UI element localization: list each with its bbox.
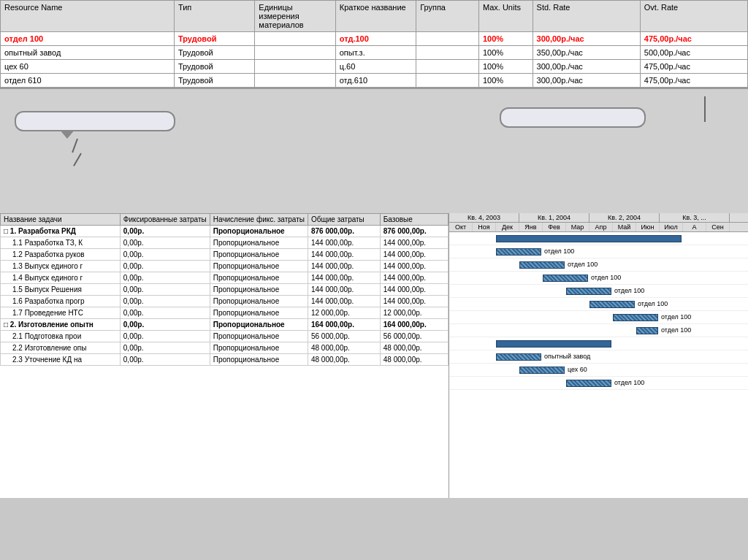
gantt-months: Окт Ноя Дек Янв Фев Мар Апр Май Июн Июл … xyxy=(449,223,748,232)
gantt-bar-label: опытный завод xyxy=(544,353,590,360)
month-oct: Окт xyxy=(449,223,473,231)
total-cost-cell: 144 000,00р. xyxy=(308,261,380,272)
cost-type-cell: Пропорциональное xyxy=(210,354,308,366)
resource-cell-2 xyxy=(255,74,335,88)
cost-type-cell: Пропорциональное xyxy=(210,272,308,284)
task-name-cell: 1.2 Разработка руков xyxy=(1,249,121,261)
resource-cell-5: 100% xyxy=(478,46,533,60)
resource-cell-2 xyxy=(255,46,335,60)
month-apr: Апр xyxy=(589,223,613,231)
resource-cell-5: 100% xyxy=(478,32,533,46)
resource-cell-3: отд.100 xyxy=(335,32,416,46)
cost-type-cell: Пропорциональное xyxy=(210,319,308,331)
month-dec: Дек xyxy=(496,223,519,231)
col-total-cost: Общие затраты xyxy=(308,214,380,226)
resource-cell-3: опыт.з. xyxy=(335,46,416,60)
total-cost-cell: 12 000,00р. xyxy=(308,307,380,319)
base-cost-cell: 48 000,00р. xyxy=(380,342,448,354)
resource-table-header: Resource Name Тип Единицы измерения мате… xyxy=(1,1,748,32)
resource-cell-6: 350,00р./час xyxy=(533,46,640,60)
task-name-cell: 1.4 Выпуск единого г xyxy=(1,272,121,284)
resource-table: Resource Name Тип Единицы измерения мате… xyxy=(0,0,748,88)
gantt-bar-label: отдел 100 xyxy=(614,287,644,294)
gantt-bar xyxy=(496,353,541,361)
cost-type-cell: Пропорциональное xyxy=(210,342,308,354)
month-jan: Янв xyxy=(519,223,543,231)
resource-cell-3: отд.610 xyxy=(335,74,416,88)
resource-cell-0: отдел 100 xyxy=(1,32,175,46)
col-fixed-cost: Фиксированные затраты xyxy=(120,214,210,226)
gantt-row: отдел 100 xyxy=(449,245,748,258)
task-name-cell: 1.3 Выпуск единого г xyxy=(1,261,121,272)
fixed-cost-cell: 0,00р. xyxy=(120,249,210,261)
base-cost-cell: 48 000,00р. xyxy=(380,354,448,366)
task-name-cell: 1.6 Разработка прогр xyxy=(1,296,121,307)
project-row: 1.3 Выпуск единого г0,00р.Пропорциональн… xyxy=(1,261,449,272)
base-cost-cell: 144 000,00р. xyxy=(380,284,448,296)
project-row: 1.6 Разработка прогр0,00р.Пропорциональн… xyxy=(1,296,449,307)
task-name-cell: 1.1 Разработка ТЗ, К xyxy=(1,237,121,249)
base-cost-cell: 164 000,00р. xyxy=(380,319,448,331)
base-cost-cell: 144 000,00р. xyxy=(380,249,448,261)
gantt-row: отдел 100 xyxy=(449,298,748,311)
project-row: 1.5 Выпуск Решения0,00р.Пропорциональное… xyxy=(1,284,449,296)
fixed-cost-cell: 0,00р. xyxy=(120,331,210,342)
resource-cell-0: цех 60 xyxy=(1,60,175,74)
base-cost-cell: 12 000,00р. xyxy=(380,307,448,319)
base-cost-cell: 144 000,00р. xyxy=(380,272,448,284)
resource-cell-7: 475,00р./час xyxy=(640,60,747,74)
gantt-bar xyxy=(496,340,611,348)
cost-type-cell: Пропорциональное xyxy=(210,237,308,249)
gantt-chart: Кв. 4, 2003 Кв. 1, 2004 Кв. 2, 2004 Кв. … xyxy=(449,213,748,498)
annotation-area xyxy=(0,89,748,213)
gantt-bar-label: отдел 100 xyxy=(591,274,621,281)
task-name-cell: □ 2. Изготовление опытн xyxy=(1,319,121,331)
col-units: Единицы измерения материалов xyxy=(255,1,335,32)
q1-2004: Кв. 1, 2004 xyxy=(519,213,589,222)
resource-cell-4 xyxy=(416,74,479,88)
gantt-bar xyxy=(566,288,611,295)
col-task-name: Название задачи xyxy=(1,214,121,226)
project-row: 1.1 Разработка ТЗ, К0,00р.Пропорциональн… xyxy=(1,237,449,249)
month-jun: Июн xyxy=(636,223,660,231)
total-cost-cell: 144 000,00р. xyxy=(308,296,380,307)
gantt-bar xyxy=(496,248,541,256)
resource-cell-7: 475,00р./час xyxy=(640,74,747,88)
project-row: 2.2 Изготовление опы0,00р.Пропорциональн… xyxy=(1,342,449,354)
resource-cell-4 xyxy=(416,46,479,60)
month-nov: Ноя xyxy=(473,223,496,231)
cost-type-cell: Пропорциональное xyxy=(210,249,308,261)
gantt-bar-label: отдел 100 xyxy=(661,326,691,334)
resource-cell-6: 300,00р./час xyxy=(533,32,640,46)
col-std-rate: Std. Rate xyxy=(533,1,640,32)
cost-type-cell: Пропорциональное xyxy=(210,307,308,319)
gantt-bar-label: цех 60 xyxy=(568,366,587,373)
gantt-body: отдел 100отдел 100отдел 100отдел 100отде… xyxy=(449,232,748,390)
task-name-cell: 2.1 Подготовка прои xyxy=(1,331,121,342)
gantt-bar-label: отдел 100 xyxy=(661,313,691,321)
gantt-bar-label: отдел 100 xyxy=(568,261,598,268)
resource-cell-2 xyxy=(255,32,335,46)
col-fixed-type: Начисление фикс. затраты xyxy=(210,214,308,226)
total-cost-cell: 144 000,00р. xyxy=(308,249,380,261)
q3-2004: Кв. 3, ... xyxy=(660,213,730,222)
cost-type-cell: Пропорциональное xyxy=(210,296,308,307)
month-feb: Фев xyxy=(543,223,566,231)
month-aug: А xyxy=(683,223,706,231)
resource-cell-6: 300,00р./час xyxy=(533,60,640,74)
fixed-cost-cell: 0,00р. xyxy=(120,237,210,249)
q2-2004: Кв. 2, 2004 xyxy=(589,213,660,222)
assignment-bubble xyxy=(500,107,646,128)
task-name-cell: 1.7 Проведение НТС xyxy=(1,307,121,319)
resource-cell-7: 500,00р./час xyxy=(640,46,747,60)
gantt-bar xyxy=(613,314,658,321)
gantt-bar xyxy=(519,261,565,269)
base-cost-cell: 56 000,00р. xyxy=(380,331,448,342)
resource-cell-4 xyxy=(416,60,479,74)
col-max-units: Max. Units xyxy=(478,1,533,32)
gantt-bar xyxy=(589,301,635,308)
month-mar: Мар xyxy=(566,223,589,231)
cost-type-cell: Пропорциональное xyxy=(210,284,308,296)
col-ovt-rate: Ovt. Rate xyxy=(640,1,747,32)
gantt-bar xyxy=(543,275,588,282)
